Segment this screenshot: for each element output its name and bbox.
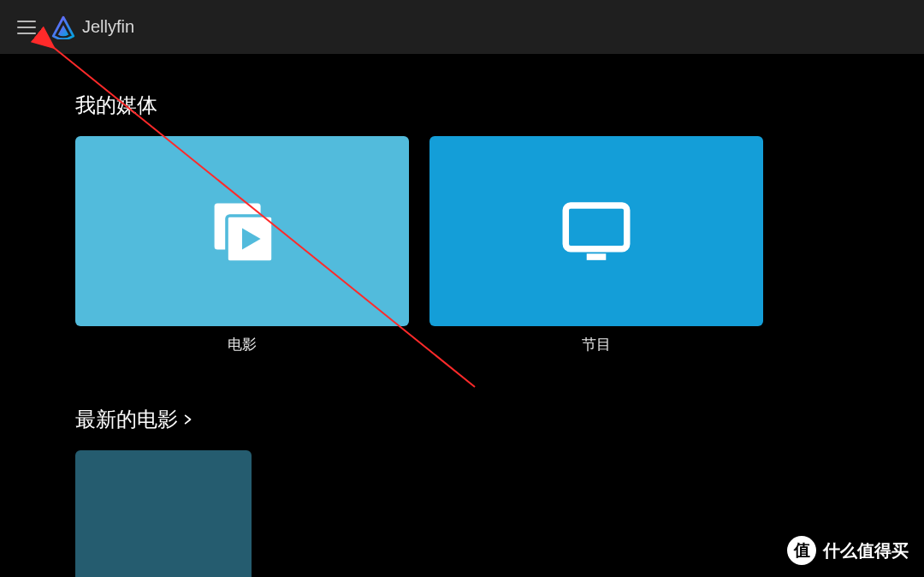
jellyfin-logo-icon [51, 15, 75, 39]
watermark-badge: 值 [787, 536, 816, 565]
shows-label: 节目 [429, 335, 763, 354]
svg-rect-3 [587, 253, 607, 260]
brand[interactable]: Jellyfin [51, 15, 134, 39]
poster-card[interactable] [75, 450, 252, 577]
movies-tile [75, 136, 409, 326]
latest-movies-row [75, 450, 849, 577]
media-card-shows[interactable]: 节目 [429, 136, 763, 354]
chevron-right-icon [181, 410, 193, 430]
media-card-movies[interactable]: 电影 [75, 136, 409, 354]
my-media-title: 我的媒体 [75, 92, 849, 119]
menu-icon[interactable] [17, 21, 36, 34]
movies-library-icon [204, 193, 281, 270]
latest-movies-title-text: 最新的电影 [75, 406, 178, 433]
tv-library-icon [556, 191, 637, 271]
my-media-row: 电影 节目 [75, 136, 849, 354]
watermark-text: 什么值得买 [823, 539, 909, 562]
movies-label: 电影 [75, 335, 409, 354]
latest-movies-title[interactable]: 最新的电影 [75, 406, 849, 433]
main-content: 我的媒体 电影 节目 最新的电影 [0, 54, 924, 577]
watermark: 值 什么值得买 [787, 536, 909, 565]
svg-rect-2 [566, 205, 626, 249]
shows-tile [429, 136, 763, 326]
app-header: Jellyfin [0, 0, 924, 54]
brand-text: Jellyfin [82, 17, 134, 37]
